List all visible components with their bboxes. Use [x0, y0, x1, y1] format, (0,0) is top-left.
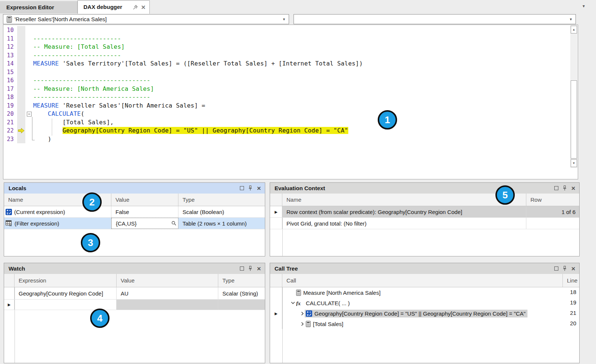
code-line-21[interactable]: 21 [Total Sales], — [3, 118, 578, 127]
call-tree-row-4[interactable]: [Total Sales] — [270, 319, 579, 329]
editor-margin — [17, 102, 25, 110]
watch-row-2[interactable]: ▶ — [4, 300, 265, 310]
call-tree-call-label: CALCULATE( ... ) — [306, 300, 350, 306]
pin-tab-icon[interactable] — [133, 5, 138, 10]
locals-value-cell: {CA,US} — [111, 218, 178, 229]
code-editor[interactable]: 1011------------------------12-- Measure… — [3, 25, 578, 179]
code-line-18[interactable]: 18-------------------------------- — [3, 93, 578, 102]
locals-value-cell: False — [111, 206, 178, 217]
call-tree-gutter-header[interactable] — [270, 274, 282, 287]
editor-vertical-scrollbar[interactable]: ▲ ▼ — [570, 25, 577, 168]
code-line-22[interactable]: 22 Geography[Country Region Code] = "US"… — [3, 127, 578, 135]
evaluation-context-row-2[interactable]: Pivot Grid, grand total: (No filter) — [270, 218, 579, 229]
call-tree-row-3[interactable]: ▶Geography[Country Region Code] = "US" |… — [270, 308, 579, 319]
chevron-right-icon[interactable] — [300, 322, 305, 326]
dropdown-arrow-icon[interactable]: ▼ — [566, 17, 576, 21]
maximize-icon[interactable] — [240, 186, 244, 190]
watch-column-type[interactable]: Type — [218, 274, 265, 287]
call-tree-call: Measure [North America Sales] — [295, 289, 383, 297]
watch-value-cell — [117, 300, 218, 310]
line-number: 22 — [3, 127, 17, 135]
evaluation-context-column-name[interactable]: Name — [282, 194, 526, 206]
call-tree-call-label: Geography[Country Region Code] = "US" ||… — [314, 310, 526, 317]
watch-gutter-header[interactable] — [4, 274, 15, 287]
locals-column-value[interactable]: Value — [111, 194, 178, 206]
watch-column-value[interactable]: Value — [117, 274, 218, 287]
code-line-17[interactable]: 17-- Measure: [North America Sales] — [3, 85, 578, 93]
code-token: -------------------------------- — [33, 77, 150, 84]
code-line-19[interactable]: 19MEASURE 'Reseller Sales'[North America… — [3, 102, 578, 110]
code-text: -- Measure: [Total Sales] — [33, 43, 578, 51]
code-line-10[interactable]: 10 — [3, 26, 578, 35]
locals-column-type[interactable]: Type — [178, 194, 265, 206]
code-text: ) — [33, 135, 578, 144]
watch-row-1[interactable]: Geography[Country Region Code]AUScalar (… — [4, 287, 265, 300]
code-line-16[interactable]: 16-------------------------------- — [3, 76, 578, 85]
pin-panel-icon[interactable] — [562, 266, 567, 271]
code-line-12[interactable]: 12-- Measure: [Total Sales] — [3, 43, 578, 51]
call-tree-call: Geography[Country Region Code] = "US" ||… — [305, 310, 527, 317]
secondary-combobox[interactable]: ▼ — [294, 14, 576, 24]
line-number: 11 — [3, 35, 17, 43]
call-tree-column-line[interactable]: Line — [563, 274, 579, 287]
row-indicator-cell — [270, 319, 282, 329]
evaluation-context-column-row[interactable]: Row — [526, 194, 579, 206]
watch-expression-cell[interactable] — [15, 300, 117, 310]
evaluation-context-name: Pivot Grid, grand total: (No filter) — [286, 220, 367, 227]
watch-expression-cell[interactable]: Geography[Country Region Code] — [15, 287, 117, 299]
chevron-down-icon[interactable] — [291, 301, 295, 304]
code-token: [Total Sales], — [33, 119, 114, 126]
fold-collapse-button[interactable]: − — [27, 112, 32, 116]
editor-margin — [17, 135, 25, 144]
evaluation-context-row-1[interactable]: ▶Row context (from scalar predicate): Ge… — [270, 206, 579, 218]
close-icon[interactable]: ✕ — [257, 266, 261, 271]
scroll-up-button[interactable]: ▲ — [571, 26, 577, 33]
expression-selector-combobox[interactable]: 'Reseller Sales'[North America Sales] ▼ — [3, 14, 289, 24]
tab-dax-debugger[interactable]: DAX debugger ✕ — [77, 0, 150, 14]
close-icon[interactable]: ✕ — [571, 266, 576, 271]
chevron-right-icon[interactable] — [300, 312, 305, 316]
tab-expression-editor[interactable]: Expression Editor — [0, 1, 77, 13]
code-text: MEASURE 'Reseller Sales'[North America S… — [33, 102, 578, 110]
code-line-15[interactable]: 15 — [3, 68, 578, 77]
maximize-icon[interactable] — [554, 266, 558, 271]
call-tree-titlebar: Call Tree✕ — [270, 263, 579, 274]
line-number: 19 — [3, 102, 17, 110]
code-line-20[interactable]: 20− CALCULATE( — [3, 110, 578, 118]
scroll-down-button[interactable]: ▼ — [571, 159, 577, 167]
fold-margin — [25, 60, 33, 68]
row-indicator-cell — [270, 218, 282, 229]
calculator-icon — [296, 290, 301, 296]
locals-type-cell: Scalar (Boolean) — [178, 206, 265, 217]
locals-row-1[interactable]: (Current expression)FalseScalar (Boolean… — [4, 206, 265, 218]
code-token: -- Measure: [Total Sales] — [33, 43, 125, 50]
close-icon[interactable]: ✕ — [571, 186, 576, 191]
close-tab-icon[interactable]: ✕ — [141, 4, 146, 10]
code-line-11[interactable]: 11------------------------ — [3, 35, 578, 43]
callout-1: 1 — [378, 110, 397, 130]
code-line-13[interactable]: 13------------------------ — [3, 51, 578, 60]
pin-panel-icon[interactable] — [248, 185, 253, 191]
watch-column-expression[interactable]: Expression — [15, 274, 117, 287]
maximize-icon[interactable] — [240, 266, 244, 271]
pin-panel-icon[interactable] — [562, 185, 567, 191]
tab-overflow-dropdown-icon[interactable]: ▼ — [582, 4, 586, 8]
scrollbar-thumb[interactable] — [571, 80, 577, 159]
call-tree-column-call[interactable]: Call — [282, 274, 563, 287]
code-line-23[interactable]: 23 ) — [3, 135, 578, 144]
code-line-14[interactable]: 14MEASURE 'Sales Territory'[Total Sales]… — [3, 60, 578, 68]
line-number: 13 — [3, 51, 17, 60]
evaluation-context-name-cell: Pivot Grid, grand total: (No filter) — [282, 218, 526, 229]
code-token: -------------------------------- — [33, 93, 150, 100]
maximize-icon[interactable] — [554, 186, 558, 190]
close-icon[interactable]: ✕ — [257, 186, 261, 191]
evaluation-context-gutter-header[interactable] — [270, 194, 282, 206]
callout-5: 5 — [495, 185, 515, 205]
locals-row-2[interactable]: fx(Filter expression){CA,US}Table (2 row… — [4, 218, 265, 229]
editor-margin — [17, 93, 25, 102]
call-tree-row-2[interactable]: fxCALCULATE( ... ) — [270, 298, 579, 308]
dropdown-arrow-icon[interactable]: ▼ — [279, 17, 289, 21]
call-tree-row-1[interactable]: Measure [North America Sales] — [270, 287, 579, 298]
pin-panel-icon[interactable] — [248, 266, 253, 271]
magnifier-icon[interactable] — [171, 221, 177, 226]
